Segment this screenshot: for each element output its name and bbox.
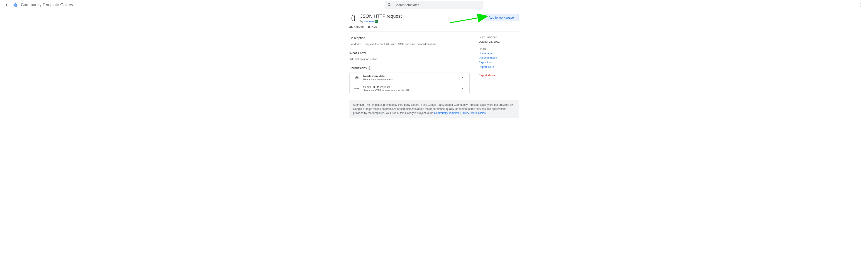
links-label: LINKS: [479, 48, 519, 50]
last-updated-value: October 25, 2021: [479, 40, 519, 43]
policies-link[interactable]: Community Template Gallery User Policies: [434, 111, 486, 115]
tag-badge: TAG: [368, 26, 377, 29]
template-title: JSON HTTP request: [360, 13, 480, 19]
attention-body-2: .: [486, 111, 486, 115]
documentation-link[interactable]: Documentation: [479, 56, 519, 59]
layers-icon: [354, 76, 360, 80]
description-heading: Description: [349, 36, 470, 40]
whatsnew-text: Add dot notation option.: [349, 57, 470, 61]
verified-badge-icon: [375, 20, 378, 23]
description-text: Send POST request, to your URL, with JSO…: [349, 42, 470, 46]
permission-desc: Sends an HTTP request to a specified URL…: [363, 89, 457, 92]
permissions-heading: Permissions ?: [349, 66, 470, 70]
chevron-down-icon: [460, 75, 465, 81]
by-prefix: by: [360, 20, 363, 23]
main-content: { } JSON HTTP request by stape-io Add to…: [349, 10, 519, 118]
gtm-logo-icon: [13, 2, 18, 8]
arrow-left-icon: [5, 3, 9, 7]
server-badge: SERVER: [349, 26, 364, 29]
permissions-card: Reads event data Reads data from the eve…: [349, 72, 470, 94]
homepage-link[interactable]: Homepage: [479, 52, 519, 55]
more-vert-icon: [859, 3, 863, 7]
permission-title: Reads event data: [363, 75, 457, 78]
page-title: Community Template Gallery: [21, 2, 73, 7]
attention-notice: Attention: The templates provided by thi…: [349, 100, 519, 118]
permission-desc: Reads data from the event: [363, 78, 457, 81]
report-abuse-link[interactable]: Report abuse: [479, 74, 495, 77]
svg-point-3: [16, 5, 17, 7]
label-icon: [368, 26, 371, 29]
template-byline: by stape-io: [360, 20, 480, 23]
whatsnew-heading: What's new: [349, 51, 470, 55]
permission-title: Sends HTTP requests: [363, 86, 457, 89]
search-box[interactable]: [384, 1, 484, 9]
app-header: Community Template Gallery: [0, 0, 868, 10]
author-link[interactable]: stape-io: [364, 20, 374, 23]
last-updated-label: LAST UPDATED: [479, 36, 519, 39]
cloud-icon: [349, 26, 352, 29]
search-input[interactable]: [395, 3, 481, 7]
attention-label: Attention: [353, 103, 364, 106]
repository-link[interactable]: Repository: [479, 61, 519, 64]
help-icon[interactable]: ?: [368, 66, 371, 70]
http-icon: HTTP: [354, 88, 360, 90]
report-issue-link[interactable]: Report issue: [479, 65, 519, 69]
template-icon: { }: [349, 14, 357, 21]
braces-icon: { }: [351, 14, 355, 21]
template-header: { } JSON HTTP request by stape-io Add to…: [349, 13, 519, 23]
search-icon: [387, 3, 392, 7]
svg-point-5: [861, 4, 861, 5]
more-menu-button[interactable]: [856, 0, 865, 9]
back-button[interactable]: [3, 0, 12, 9]
sidebar: LAST UPDATED October 25, 2021 LINKS Home…: [479, 36, 519, 100]
permission-row[interactable]: Reads event data Reads data from the eve…: [350, 73, 469, 83]
svg-point-6: [861, 6, 861, 6]
add-to-workspace-button[interactable]: Add to workspace: [484, 13, 519, 21]
chevron-down-icon: [460, 86, 465, 91]
template-badges: SERVER TAG: [349, 26, 519, 32]
attention-body-1: : The templates provided by third party …: [353, 103, 513, 115]
permission-row[interactable]: HTTP Sends HTTP requests Sends an HTTP r…: [350, 83, 469, 94]
svg-point-4: [861, 3, 861, 4]
